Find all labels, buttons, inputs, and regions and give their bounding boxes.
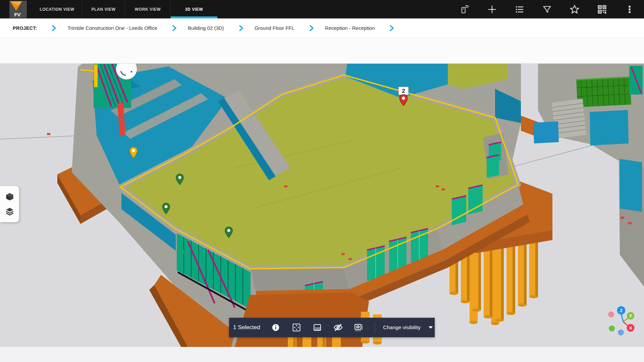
remote-device-wifi-icon[interactable] bbox=[458, 3, 471, 16]
layers-icon[interactable] bbox=[5, 207, 14, 216]
task-list-icon[interactable] bbox=[513, 3, 526, 16]
breadcrumb-item-project[interactable]: Trimble Construction One - Leeds Office bbox=[67, 25, 157, 31]
3d-model-canvas[interactable]: 2 Z Y X bbox=[0, 64, 644, 347]
breadcrumb-item-room[interactable]: Reception - Reception bbox=[325, 25, 375, 31]
top-app-bar: FV LOCATION VIEW PLAN VIEW WORK VIEW 3D … bbox=[0, 0, 644, 18]
chevron-right-icon bbox=[52, 25, 56, 32]
breadcrumb-item-building[interactable]: Building 02 (3D) bbox=[188, 25, 224, 31]
breadcrumb-item-floor[interactable]: Ground Floor FFL bbox=[255, 25, 294, 31]
qr-code-scan-icon[interactable] bbox=[596, 3, 608, 16]
system-nav-bar bbox=[0, 347, 644, 362]
app-window: FV LOCATION VIEW PLAN VIEW WORK VIEW 3D … bbox=[0, 0, 644, 362]
change-visibility-caret-icon[interactable] bbox=[428, 326, 433, 329]
chevron-right-icon bbox=[389, 25, 394, 32]
snapshot-halftone-icon[interactable] bbox=[354, 322, 364, 333]
topbar-actions bbox=[458, 0, 636, 18]
view-tabs: LOCATION VIEW PLAN VIEW WORK VIEW 3D VIE… bbox=[32, 0, 217, 18]
app-logo[interactable]: FV bbox=[9, 1, 27, 18]
add-icon[interactable] bbox=[486, 3, 498, 16]
halftone-icon[interactable] bbox=[312, 322, 322, 333]
axis-y-label: Y bbox=[629, 313, 632, 318]
change-visibility-button[interactable]: Change visibility bbox=[383, 324, 421, 330]
breadcrumb-project-label: PROJECT: bbox=[13, 25, 37, 31]
tab-plan-view[interactable]: PLAN VIEW bbox=[82, 0, 125, 18]
chevron-right-icon bbox=[239, 25, 244, 32]
app-logo-text: FV bbox=[14, 12, 20, 17]
chevron-right-icon bbox=[172, 25, 177, 32]
tab-work-view[interactable]: WORK VIEW bbox=[125, 0, 170, 18]
chevron-right-icon bbox=[309, 25, 314, 32]
hide-eye-slash-icon[interactable] bbox=[333, 322, 343, 333]
selection-action-bar: 1 Selected bbox=[229, 318, 435, 337]
favorite-star-icon[interactable] bbox=[568, 3, 581, 16]
filter-icon[interactable] bbox=[541, 3, 553, 16]
more-options-icon[interactable] bbox=[623, 3, 636, 16]
marker-badge-text: 2 bbox=[402, 88, 405, 94]
selection-bar-divider bbox=[375, 321, 375, 334]
model-toolbar bbox=[0, 38, 644, 64]
viewport-3d: 2 Z Y X bbox=[0, 64, 644, 347]
selection-count: 1 Selected bbox=[233, 324, 271, 331]
axis-z-label: Z bbox=[620, 308, 623, 313]
info-icon[interactable] bbox=[271, 322, 281, 333]
breadcrumb: PROJECT: Trimble Construction One - Leed… bbox=[0, 18, 644, 38]
model-cube-icon[interactable] bbox=[5, 192, 14, 201]
model-tools-flyout bbox=[0, 186, 19, 222]
tab-3d-view[interactable]: 3D VIEW bbox=[170, 0, 217, 18]
fit-to-view-icon[interactable] bbox=[291, 322, 302, 333]
axis-x-label: X bbox=[629, 325, 632, 330]
tab-location-view[interactable]: LOCATION VIEW bbox=[32, 0, 82, 18]
